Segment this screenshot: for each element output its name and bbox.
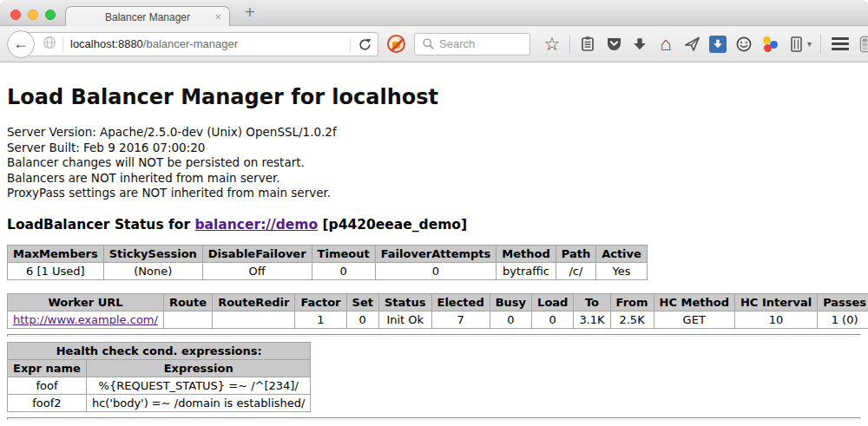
- table-cell: hc('body') =~ /domain is established/: [86, 394, 311, 411]
- smiley-icon[interactable]: [735, 36, 753, 53]
- page-content: Load Balancer Manager for localhost Serv…: [0, 85, 868, 420]
- server-info: Server Version: Apache/2.5.0-dev (Unix) …: [7, 125, 861, 201]
- column-header: Route: [163, 293, 212, 311]
- column-header: Worker URL: [8, 293, 164, 311]
- heading-prefix: LoadBalancer Status for: [7, 217, 194, 233]
- url-text[interactable]: localhost:8880/balancer-manager: [70, 37, 238, 50]
- table-cell: 0: [375, 262, 496, 279]
- globe-icon: [43, 36, 56, 53]
- table-cell: 1 (0): [818, 311, 868, 328]
- colored-dots-icon[interactable]: [761, 36, 779, 53]
- table-cell: /c/: [556, 262, 595, 279]
- column-header: Load: [532, 293, 574, 311]
- zoom-window-button[interactable]: [45, 10, 56, 20]
- server-info-line: Balancer changes will NOT be persisted o…: [7, 155, 861, 171]
- search-input[interactable]: [439, 37, 522, 50]
- balancer-status-heading: LoadBalancer Status for balancer://demo …: [7, 217, 861, 233]
- table-cell: 0: [312, 262, 375, 279]
- url-path: /balancer-manager: [143, 37, 238, 50]
- extension-blue-icon[interactable]: [709, 36, 727, 53]
- toolbar-icons: ☆ ⌂: [543, 35, 868, 54]
- column-header: Set: [346, 293, 378, 311]
- home-icon[interactable]: ⌂: [657, 36, 674, 53]
- column-header: Elected: [431, 293, 490, 311]
- server-info-line: Server Version: Apache/2.5.0-dev (Unix) …: [7, 125, 861, 141]
- search-icon: [421, 37, 435, 51]
- column-header: Status: [378, 293, 431, 311]
- column-header: From: [610, 293, 654, 311]
- browser-window: Balancer Manager × + ← localhost:8880/ba…: [0, 0, 868, 426]
- minimize-window-button[interactable]: [28, 10, 38, 20]
- column-header: HC Method: [654, 293, 734, 311]
- column-header: Method: [496, 245, 556, 262]
- column-header: MaxMembers: [8, 245, 104, 262]
- server-info-line: Server Built: Feb 9 2016 07:00:20: [7, 141, 861, 156]
- heading-suffix: [p4420eeae_demo]: [318, 217, 467, 233]
- table-cell: 10: [734, 311, 817, 328]
- back-button[interactable]: ←: [7, 30, 35, 58]
- dropdown-caret-icon: ▾: [807, 39, 812, 49]
- table-cell: GET: [654, 311, 734, 328]
- table-cell: 3.1K: [574, 311, 610, 328]
- column-header: RouteRedir: [213, 293, 295, 311]
- table-cell: http://www.example.com/: [8, 311, 164, 328]
- send-icon[interactable]: [683, 36, 700, 53]
- table-cell: 2.5K: [610, 311, 654, 328]
- search-bar[interactable]: [414, 33, 530, 56]
- column-header: Expr name: [8, 359, 87, 377]
- column-header: FailoverAttempts: [375, 245, 496, 262]
- toolbar-divider: [569, 35, 570, 54]
- tab-close-icon[interactable]: ×: [214, 10, 221, 23]
- column-header: StickySession: [103, 245, 202, 262]
- column-header: Path: [556, 245, 595, 262]
- red-dot: [764, 44, 772, 52]
- pocket-icon[interactable]: [605, 36, 622, 53]
- clipboard-icon[interactable]: [579, 36, 596, 53]
- health-check-table: Health check cond. expressions:Expr name…: [7, 342, 311, 412]
- column-header: Expression: [86, 359, 311, 377]
- table-cell: Init Ok: [378, 311, 431, 328]
- server-info-line: ProxyPass settings are NOT inherited fro…: [7, 186, 861, 201]
- table-cell: 1: [295, 311, 346, 328]
- container-button[interactable]: ▾: [787, 36, 812, 53]
- table-cell: 6 [1 Used]: [8, 262, 104, 279]
- table-row: http://www.example.com/10Init Ok7003.1K2…: [8, 311, 868, 328]
- table-title: Health check cond. expressions:: [8, 342, 311, 359]
- titlebar: Balancer Manager × +: [0, 0, 868, 26]
- table-cell: [213, 311, 295, 328]
- divider: [7, 334, 861, 337]
- balancer-link[interactable]: balancer://demo: [194, 217, 318, 233]
- table-cell: (None): [103, 262, 202, 279]
- url-divider: [62, 36, 63, 52]
- tab-title: Balancer Manager: [105, 11, 190, 23]
- table-row: foof%{REQUEST_STATUS} =~ /^[234]/: [8, 377, 311, 394]
- url-domain: localhost:8880: [70, 37, 143, 50]
- table-cell: bytraffic: [496, 262, 556, 279]
- column-header: To: [574, 293, 610, 311]
- table-cell: 0: [532, 311, 574, 328]
- menu-icon[interactable]: [832, 36, 849, 53]
- page-title: Load Balancer Manager for localhost: [7, 85, 861, 110]
- worker-url-link[interactable]: http://www.example.com/: [13, 313, 158, 326]
- table-row: foof2hc('body') =~ /domain is establishe…: [8, 394, 311, 411]
- tab-groups-icon[interactable]: [859, 36, 868, 53]
- download-icon[interactable]: [631, 36, 648, 53]
- worker-status-table: Worker URLRouteRouteRedirFactorSetStatus…: [7, 293, 868, 329]
- table-cell: foof: [8, 377, 87, 394]
- table-cell: 7: [431, 311, 490, 328]
- toolbar-divider: [820, 35, 821, 54]
- plugin-blocked-icon[interactable]: [387, 35, 405, 53]
- browser-tab[interactable]: Balancer Manager ×: [65, 6, 230, 27]
- table-row: 6 [1 Used](None)Off00bytraffic/c/Yes: [8, 262, 648, 279]
- table-cell: [163, 311, 212, 328]
- new-tab-button[interactable]: +: [245, 3, 255, 23]
- url-bar[interactable]: localhost:8880/balancer-manager: [21, 32, 378, 56]
- table-cell: Off: [202, 262, 312, 279]
- column-header: Timeout: [312, 245, 375, 262]
- reload-button[interactable]: [350, 37, 372, 51]
- close-window-button[interactable]: [10, 10, 21, 20]
- table-cell: foof2: [8, 394, 87, 411]
- column-header: DisableFailover: [202, 245, 312, 262]
- table-cell: 0: [490, 311, 531, 328]
- bookmark-star-icon[interactable]: ☆: [543, 36, 561, 53]
